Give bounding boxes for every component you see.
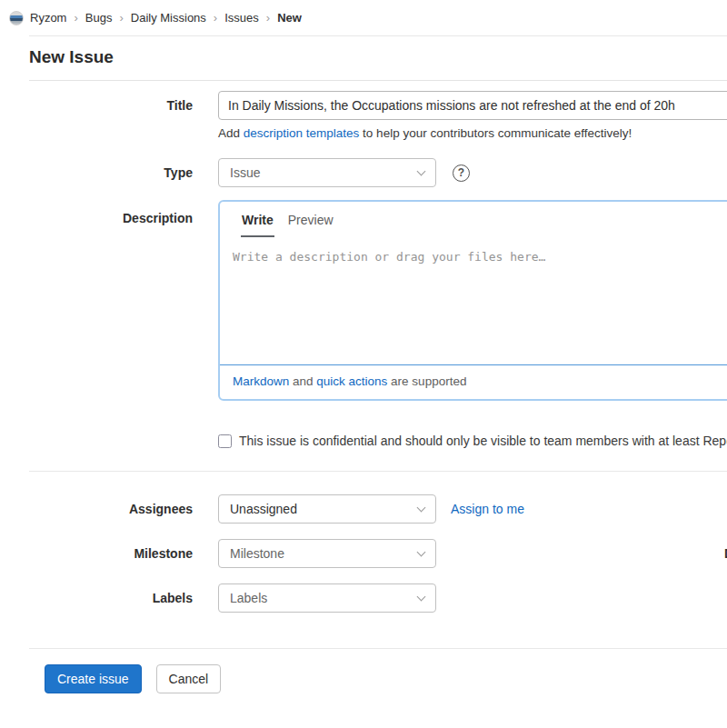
breadcrumb: Ryzom › Bugs › Daily Missions › Issues ›… [0, 0, 727, 35]
type-row: Type Issue ? [29, 158, 727, 187]
quick-actions-link[interactable]: quick actions [316, 374, 387, 388]
assignees-row: Assignees Unassigned Assign to me Weight [29, 494, 727, 524]
markdown-editor: Write Preview Markdown and quick actions… [218, 200, 727, 401]
confidential-label[interactable]: This issue is confidential and should on… [239, 434, 727, 448]
page-title-section: New Issue [29, 36, 727, 81]
milestone-select-value: Milestone [230, 546, 284, 561]
milestone-label: Milestone [29, 546, 193, 561]
type-help-icon[interactable]: ? [453, 165, 470, 182]
breadcrumb-separator-icon: › [214, 11, 217, 25]
due-date-label: Due date [651, 546, 727, 561]
breadcrumb-separator-icon: › [119, 11, 123, 25]
create-issue-button[interactable]: Create issue [45, 664, 142, 693]
labels-select[interactable]: Labels [218, 583, 436, 613]
assignees-select-value: Unassigned [230, 502, 297, 516]
breadcrumb-item-issues[interactable]: Issues [224, 11, 259, 25]
description-templates-link[interactable]: description templates [244, 126, 360, 140]
labels-label: Labels [29, 591, 193, 605]
type-select-value: Issue [230, 165, 260, 180]
title-row: Title [29, 91, 727, 120]
breadcrumb-separator-icon: › [74, 11, 77, 25]
title-help-suffix: to help your contributors communicate ef… [359, 126, 632, 140]
project-avatar-icon [9, 11, 24, 25]
actions-divider [29, 648, 727, 649]
metadata-divider [29, 471, 727, 472]
markdown-editor-tabs: Write Preview [220, 202, 727, 237]
footer-suffix-text: are supported [387, 374, 466, 388]
confidential-checkbox[interactable] [218, 434, 232, 448]
description-row: Description Write Preview Markdown and q… [29, 200, 727, 401]
breadcrumb-item-new: New [277, 11, 302, 25]
title-help-text: Add description templates to help your c… [29, 126, 727, 140]
labels-row: Labels Labels [29, 583, 727, 613]
page-title: New Issue [29, 47, 727, 67]
assign-to-me-link[interactable]: Assign to me [451, 502, 524, 516]
tab-write[interactable]: Write [241, 213, 274, 237]
assignees-select[interactable]: Unassigned [218, 494, 436, 524]
type-select[interactable]: Issue [218, 158, 436, 187]
chevron-down-icon [417, 503, 426, 512]
weight-label: Weight [651, 502, 727, 516]
milestone-row: Milestone Milestone Due date [29, 539, 727, 568]
title-input[interactable] [218, 91, 727, 120]
markdown-link[interactable]: Markdown [233, 374, 289, 388]
footer-and-text: and [289, 374, 316, 388]
breadcrumb-item-ryzom[interactable]: Ryzom [30, 11, 66, 25]
confidential-row: This issue is confidential and should on… [29, 434, 727, 448]
markdown-editor-footer: Markdown and quick actions are supported [220, 365, 727, 399]
description-label: Description [29, 200, 193, 225]
assignees-label: Assignees [29, 502, 193, 516]
description-textarea[interactable] [220, 237, 727, 365]
breadcrumb-item-bugs[interactable]: Bugs [85, 11, 113, 25]
chevron-down-icon [417, 166, 426, 175]
chevron-down-icon [417, 547, 426, 556]
labels-select-value: Labels [230, 591, 267, 605]
breadcrumb-item-daily-missions[interactable]: Daily Missions [131, 11, 206, 25]
tab-preview[interactable]: Preview [287, 213, 334, 237]
cancel-button[interactable]: Cancel [156, 664, 222, 693]
page-content: New Issue Title Add description template… [0, 35, 727, 693]
title-help-prefix: Add [218, 126, 244, 140]
chevron-down-icon [417, 592, 426, 601]
title-label: Title [29, 98, 193, 113]
breadcrumb-separator-icon: › [266, 11, 270, 25]
actions-row: Create issue Cancel [29, 664, 727, 693]
milestone-select[interactable]: Milestone [218, 539, 436, 568]
type-label: Type [29, 165, 193, 180]
